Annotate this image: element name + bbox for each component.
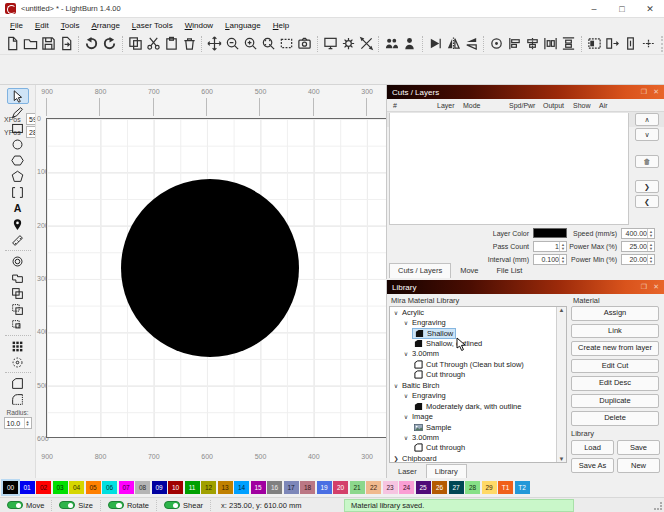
zoom-in-icon[interactable] (242, 35, 260, 53)
palette-color-04[interactable]: 04 (69, 481, 84, 494)
move-toggle[interactable]: Move (0, 500, 52, 511)
offset-shapes-tool-icon[interactable] (7, 253, 29, 269)
library-close-icon[interactable]: ✕ (653, 283, 659, 291)
select-tool-icon[interactable] (7, 88, 29, 104)
menu-file[interactable]: File (4, 20, 29, 31)
palette-color-06[interactable]: 06 (102, 481, 117, 494)
dock-right-icon[interactable] (603, 35, 621, 53)
open-file-icon[interactable] (21, 35, 39, 53)
resize-grip[interactable] (654, 502, 662, 510)
layer-left-button[interactable]: ❮ (635, 195, 659, 208)
selection-marquee-icon[interactable] (278, 35, 296, 53)
tree-item-moderately-dark-with-outline[interactable]: Moderately dark, with outline (390, 401, 566, 411)
tree-item-sample[interactable]: Sample (390, 422, 566, 432)
palette-color-29[interactable]: 29 (482, 481, 497, 494)
tree-item-3-00mm[interactable]: ∨3.00mm (390, 349, 566, 359)
library-float-icon[interactable]: ❐ (641, 283, 647, 291)
tree-item-3-00mm[interactable]: ∨3.00mm (390, 432, 566, 442)
palette-color-18[interactable]: 18 (300, 481, 315, 494)
pan-icon[interactable] (206, 35, 224, 53)
tree-item-acrylic[interactable]: ∨Acrylic (390, 307, 566, 317)
grid-array-tool-icon[interactable] (7, 338, 29, 354)
round-corner-tool-icon[interactable] (7, 391, 29, 407)
power-min-input[interactable]: 20.00▲▼ (621, 254, 655, 265)
boolean-intersect-tool-icon[interactable] (7, 317, 29, 333)
tree-item-cut-through[interactable]: Cut through (390, 443, 566, 453)
tab-cuts-layers[interactable]: Cuts / Layers (389, 263, 451, 278)
workspace-grid[interactable] (46, 118, 386, 438)
rectangle-tool-icon[interactable] (7, 120, 29, 136)
palette-color-17[interactable]: 17 (284, 481, 299, 494)
team-icon[interactable] (383, 35, 401, 53)
text-tool-icon[interactable]: A (7, 200, 29, 216)
palette-color-15[interactable]: 15 (251, 481, 266, 494)
palette-color-05[interactable]: 05 (86, 481, 101, 494)
circular-array-tool-icon[interactable] (7, 354, 29, 370)
speed-input[interactable]: 400.00▲▼ (621, 228, 655, 239)
layer-right-button[interactable]: ❯ (635, 180, 659, 193)
tree-item-engraving[interactable]: ∨Engraving (390, 391, 566, 401)
palette-color-25[interactable]: 25 (416, 481, 431, 494)
power-max-input[interactable]: 25.00▲▼ (621, 241, 655, 252)
palette-color-01[interactable]: 01 (20, 481, 35, 494)
position-pin-tool-icon[interactable] (7, 216, 29, 232)
tree-item-shallow[interactable]: Shallow (390, 328, 566, 338)
flip-horizontal-icon[interactable] (444, 35, 462, 53)
tree-item-cut-through[interactable]: Cut through (390, 370, 566, 380)
shear-toggle[interactable]: Shear (157, 500, 211, 511)
ellipse-tool-icon[interactable] (7, 136, 29, 152)
polygon-tool-icon[interactable] (7, 152, 29, 168)
cut-icon[interactable] (144, 35, 162, 53)
menu-edit[interactable]: Edit (29, 20, 55, 31)
tree-scrollbar[interactable]: ▲▼ (556, 307, 566, 462)
palette-color-08[interactable]: 08 (135, 481, 150, 494)
corner-shape-tool-icon[interactable] (7, 375, 29, 391)
palette-color-00[interactable]: 00 (3, 481, 18, 494)
cuts-float-icon[interactable]: ❐ (641, 88, 647, 96)
pass-count-input[interactable]: 1▲▼ (533, 241, 567, 252)
palette-color-10[interactable]: 10 (168, 481, 183, 494)
palette-color-26[interactable]: 26 (432, 481, 447, 494)
rotate-toggle[interactable]: Rotate (101, 500, 157, 511)
draw-lines-tool-icon[interactable] (7, 104, 29, 120)
assign-button[interactable]: Assign (571, 306, 659, 321)
align-center-icon[interactable] (524, 35, 542, 53)
tree-item-image[interactable]: ∨Image (390, 411, 566, 421)
tab-library[interactable]: Library (426, 464, 467, 479)
palette-color-24[interactable]: 24 (399, 481, 414, 494)
palette-color-16[interactable]: 16 (267, 481, 282, 494)
settings-wrench-icon[interactable] (357, 35, 375, 53)
tab-file-list[interactable]: File List (488, 263, 532, 278)
position-crosshair-icon[interactable] (639, 35, 657, 53)
tree-item-shallow-outlined[interactable]: Shallow, outlined (390, 338, 566, 348)
dock-bottom-icon[interactable] (621, 35, 639, 53)
interval-input[interactable]: 0.100▲▼ (533, 254, 567, 265)
tree-item-chipboard[interactable]: ❯Chipboard (390, 453, 566, 463)
scroll-up-icon[interactable]: ▲ (559, 307, 565, 313)
move-to-origin-icon[interactable] (488, 35, 506, 53)
distribute-h-icon[interactable] (542, 35, 560, 53)
redo-icon[interactable] (101, 35, 119, 53)
tree-item-baltic-birch[interactable]: ∨Baltic Birch (390, 380, 566, 390)
palette-color-11[interactable]: 11 (185, 481, 200, 494)
edit-cut-button[interactable]: Edit Cut (571, 359, 659, 374)
new-file-icon[interactable] (3, 35, 21, 53)
layer-up-button[interactable]: ∧ (635, 113, 659, 126)
palette-color-02[interactable]: 02 (36, 481, 51, 494)
radius-input[interactable]: 10.0▲▼ (4, 417, 32, 429)
cuts-close-icon[interactable]: ✕ (653, 88, 659, 96)
measure-tool-icon[interactable] (7, 232, 29, 248)
tree-item-engraving[interactable]: ∨Engraving (390, 317, 566, 327)
palette-color-23[interactable]: 23 (383, 481, 398, 494)
menu-laser-tools[interactable]: Laser Tools (126, 20, 179, 31)
laser-start-icon[interactable] (426, 35, 444, 53)
layer-list-empty[interactable] (389, 113, 629, 225)
edit-desc-button[interactable]: Edit Desc (571, 376, 659, 391)
palette-color-12[interactable]: 12 (201, 481, 216, 494)
size-toggle[interactable]: Size (52, 500, 101, 511)
camera-icon[interactable] (296, 35, 314, 53)
duplicate-button[interactable]: Duplicate (571, 394, 659, 409)
save-button[interactable]: Save (617, 440, 660, 455)
layer-down-button[interactable]: ∨ (635, 128, 659, 141)
palette-color-13[interactable]: 13 (218, 481, 233, 494)
